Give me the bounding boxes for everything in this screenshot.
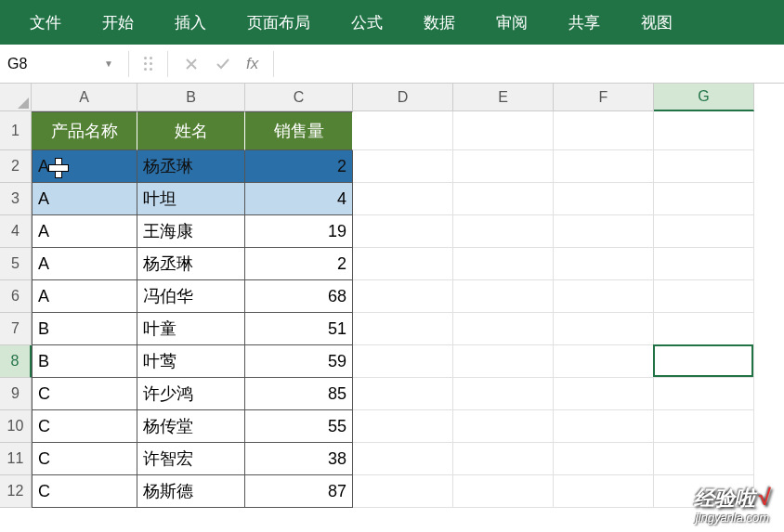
cell[interactable] [554,183,654,215]
cell[interactable]: B [32,313,137,345]
cell[interactable] [353,150,453,183]
menu-item[interactable]: 共享 [548,1,621,45]
cell[interactable]: B [32,345,137,378]
cell[interactable] [554,313,654,345]
cell[interactable] [554,345,654,378]
cell[interactable] [353,215,453,248]
cell[interactable] [353,183,453,215]
cell[interactable] [654,313,754,345]
cell[interactable] [353,345,453,378]
cell[interactable] [353,475,453,508]
cell[interactable]: 杨斯德 [137,475,245,508]
cell[interactable] [353,280,453,313]
cell[interactable] [453,345,554,378]
cell[interactable]: 叶坦 [137,183,245,215]
drag-handle-icon[interactable] [137,57,160,71]
cell[interactable]: 许智宏 [137,443,245,475]
menu-item[interactable]: 审阅 [476,1,548,45]
cell[interactable] [654,475,754,508]
cell[interactable]: 59 [245,345,353,378]
cell[interactable] [453,248,554,280]
cell[interactable]: 2 [245,248,353,280]
cell[interactable]: A [32,183,137,215]
column-header[interactable]: A [32,84,137,111]
cell[interactable] [554,378,654,410]
cell[interactable]: 产品名称 [32,111,137,150]
row-header[interactable]: 10 [0,410,32,443]
cell[interactable]: 王海康 [137,215,245,248]
cell[interactable] [554,111,654,150]
cell[interactable]: C [32,410,137,443]
cell[interactable]: 2 [245,150,353,183]
cell[interactable]: 85 [245,378,353,410]
cell[interactable]: 杨丞琳 [137,248,245,280]
cell[interactable] [453,280,554,313]
formula-input[interactable] [281,49,784,79]
cell[interactable] [554,443,654,475]
cell[interactable] [453,443,554,475]
cell[interactable] [554,280,654,313]
cell[interactable] [353,313,453,345]
cell[interactable]: 叶童 [137,313,245,345]
cell[interactable] [554,248,654,280]
cell[interactable]: 38 [245,443,353,475]
cell[interactable] [453,378,554,410]
name-box[interactable]: G8 ▼ [0,49,121,79]
cell[interactable]: A [32,280,137,313]
cell[interactable] [654,443,754,475]
column-header[interactable]: G [654,84,754,111]
select-all-corner[interactable] [0,84,32,111]
menu-item[interactable]: 页面布局 [227,1,331,45]
cell[interactable]: 87 [245,475,353,508]
row-header[interactable]: 2 [0,150,32,183]
cell[interactable] [453,215,554,248]
column-header[interactable]: B [137,84,245,111]
cell[interactable]: 19 [245,215,353,248]
column-header[interactable]: E [453,84,554,111]
cell[interactable] [453,111,554,150]
cell[interactable] [554,410,654,443]
cell[interactable] [554,475,654,508]
cell[interactable]: C [32,378,137,410]
cell[interactable]: A [32,248,137,280]
column-header[interactable]: C [245,84,353,111]
cell[interactable] [353,410,453,443]
column-header[interactable]: F [554,84,654,111]
menu-item[interactable]: 开始 [82,1,154,45]
cell[interactable]: C [32,475,137,508]
menu-item[interactable]: 数据 [403,1,476,45]
cell[interactable]: 冯伯华 [137,280,245,313]
cell[interactable] [654,150,754,183]
row-header[interactable]: 9 [0,378,32,410]
cell[interactable]: 51 [245,313,353,345]
cell[interactable] [453,183,554,215]
cell[interactable] [554,150,654,183]
row-header[interactable]: 4 [0,215,32,248]
cell[interactable]: 叶莺 [137,345,245,378]
cell[interactable] [654,378,754,410]
cell[interactable]: 68 [245,280,353,313]
cell[interactable] [453,313,554,345]
row-header[interactable]: 1 [0,111,32,150]
cell[interactable]: C [32,443,137,475]
cell[interactable]: 55 [245,410,353,443]
cell[interactable] [353,378,453,410]
cell[interactable]: 杨丞琳 [137,150,245,183]
cell[interactable] [654,248,754,280]
cell[interactable] [353,443,453,475]
menu-item[interactable]: 文件 [9,1,82,45]
cell[interactable] [654,280,754,313]
row-header[interactable]: 3 [0,183,32,215]
cell[interactable] [654,410,754,443]
cell[interactable] [353,248,453,280]
cancel-button[interactable] [176,49,207,79]
cell[interactable]: A [32,150,137,183]
cell[interactable]: 杨传堂 [137,410,245,443]
cell[interactable]: 许少鸿 [137,378,245,410]
confirm-button[interactable] [207,49,239,79]
cell[interactable] [453,410,554,443]
cell[interactable] [353,111,453,150]
cell[interactable]: A [32,215,137,248]
row-header[interactable]: 7 [0,313,32,345]
menu-item[interactable]: 公式 [331,1,403,45]
